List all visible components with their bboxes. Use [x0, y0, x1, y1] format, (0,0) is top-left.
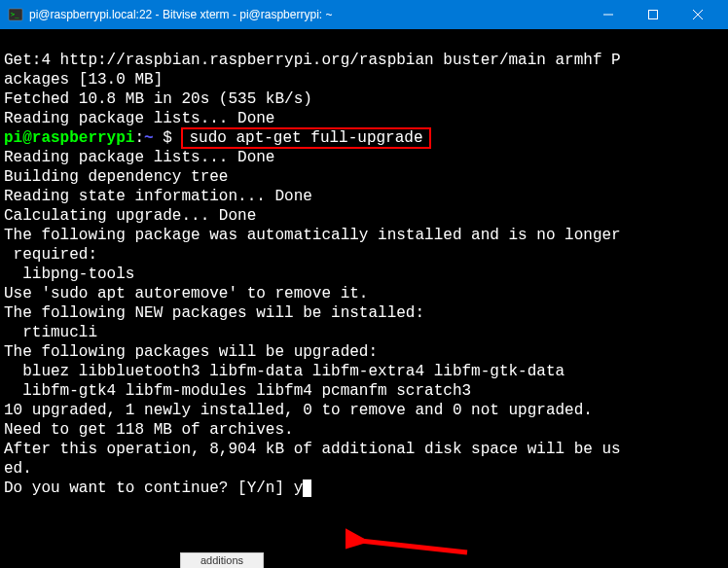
- terminal-output: The following package was automatically …: [4, 227, 621, 244]
- svg-rect-3: [649, 11, 658, 19]
- terminal-output: rtimucli: [4, 324, 97, 341]
- terminal-output: Fetched 10.8 MB in 20s (535 kB/s): [4, 90, 312, 108]
- terminal-output: Building dependency tree: [4, 168, 228, 186]
- terminal-output: The following NEW packages will be insta…: [4, 304, 424, 322]
- svg-line-7: [360, 541, 467, 552]
- terminal-window: >_ pi@raspberrypi.local:22 - Bitvise xte…: [0, 0, 728, 568]
- terminal-output: The following packages will be upgraded:: [4, 343, 378, 361]
- terminal-output: libfm-gtk4 libfm-modules libfm4 pcmanfm …: [4, 382, 471, 400]
- prompt-colon: :: [134, 129, 144, 147]
- maximize-button[interactable]: [631, 0, 675, 29]
- prompt-user: pi@raspberrypi: [4, 129, 134, 147]
- terminal-output: Reading package lists... Done: [4, 149, 274, 166]
- terminal-output: Need to get 118 MB of archives.: [4, 421, 294, 439]
- terminal-output: Calculating upgrade... Done: [4, 207, 256, 225]
- highlighted-command: sudo apt-get full-upgrade: [181, 127, 430, 149]
- bottom-tab[interactable]: additions: [180, 552, 264, 568]
- terminal-output: ackages [13.0 MB]: [4, 71, 163, 89]
- terminal-output: Get:4 http://raspbian.raspberrypi.org/ra…: [4, 52, 621, 69]
- titlebar[interactable]: >_ pi@raspberrypi.local:22 - Bitvise xte…: [0, 0, 728, 29]
- app-icon: >_: [8, 7, 23, 22]
- arrow-annotation-icon: [346, 525, 472, 560]
- terminal-output: Do you want to continue? [Y/n]: [4, 479, 294, 497]
- cursor: [303, 479, 311, 497]
- terminal-area[interactable]: Get:4 http://raspbian.raspberrypi.org/ra…: [0, 29, 728, 568]
- close-button[interactable]: [675, 0, 720, 29]
- terminal-output: After this operation, 8,904 kB of additi…: [4, 441, 621, 458]
- window-controls: [586, 0, 720, 29]
- prompt-path: ~: [144, 129, 154, 147]
- user-input: y: [294, 479, 304, 497]
- svg-text:>_: >_: [11, 11, 19, 18]
- terminal-output: Reading package lists... Done: [4, 110, 274, 127]
- window-title: pi@raspberrypi.local:22 - Bitvise xterm …: [29, 8, 586, 21]
- terminal-output: bluez libbluetooth3 libfm-data libfm-ext…: [4, 363, 564, 380]
- terminal-output: Use 'sudo apt autoremove' to remove it.: [4, 285, 368, 302]
- terminal-output: required:: [4, 246, 97, 264]
- terminal-output: 10 upgraded, 1 newly installed, 0 to rem…: [4, 402, 593, 419]
- terminal-output: Reading state information... Done: [4, 188, 312, 205]
- prompt-dollar: $: [154, 129, 182, 147]
- minimize-button[interactable]: [586, 0, 631, 29]
- terminal-output: ed.: [4, 460, 32, 478]
- terminal-output: libpng-tools: [4, 266, 134, 283]
